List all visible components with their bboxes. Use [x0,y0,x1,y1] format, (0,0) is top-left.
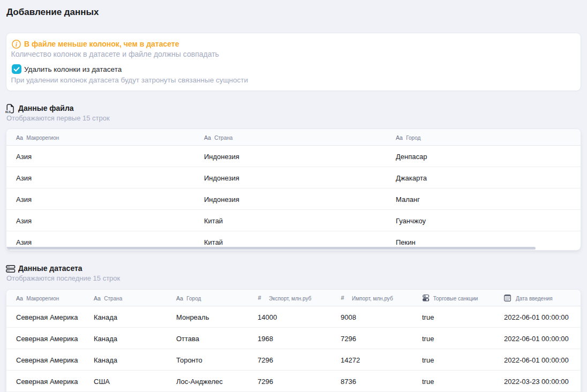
svg-text:XLS: XLS [5,110,11,114]
svg-text:i: i [15,41,17,48]
